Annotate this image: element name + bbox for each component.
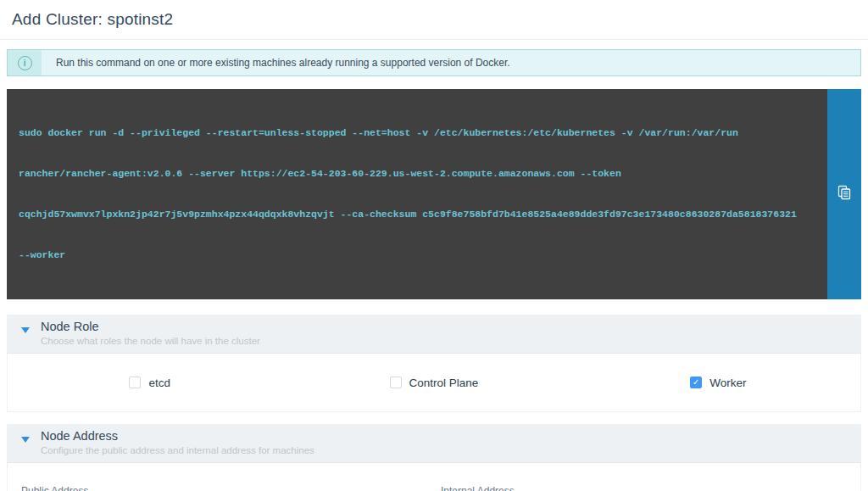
copy-command-button[interactable] [827,89,861,299]
content: i Run this command on one or more existi… [0,49,868,491]
command-line: cqchjd57xwmvx7lpxkn2jp42r7j5v9pzmhx4pzx4… [19,208,815,221]
command-line: rancher/rancher-agent:v2.0.6 --server ht… [19,167,815,181]
info-banner: i Run this command on one or more existi… [7,49,861,76]
page-title: Add Cluster: spotinst2 [12,10,856,29]
section-body-node-role: ✓ etcd ✓ Control Plane ✓ Worker [7,354,861,412]
section-title: Node Role [41,320,851,334]
field-public-address: Public Address [21,485,427,491]
checkbox-worker[interactable]: ✓ Worker [576,377,860,389]
section-node-role: Node Role Choose what roles the node wil… [7,315,861,412]
section-node-address: Node Address Configure the public addres… [7,424,861,491]
command-line: sudo docker run -d --privileged --restar… [19,126,815,140]
checkbox-label: Control Plane [409,377,479,389]
info-banner-text: Run this command on one or more existing… [42,50,525,75]
info-circle-icon: i [18,56,32,70]
section-header-node-address[interactable]: Node Address Configure the public addres… [7,424,861,463]
checkbox-box[interactable]: ✓ [390,377,402,388]
field-label: Public Address [21,485,427,491]
checkbox-box[interactable]: ✓ [129,377,141,388]
checkbox-control-plane[interactable]: ✓ Control Plane [292,377,576,389]
checkbox-label: Worker [709,377,746,389]
info-banner-icon-cell: i [8,50,42,75]
page-header: Add Cluster: spotinst2 [0,0,868,40]
section-subtitle: Configure the public address and interna… [41,445,851,456]
clipboard-copy-icon [837,185,851,204]
checkmark-icon: ✓ [693,378,699,387]
chevron-down-icon [21,327,30,333]
checkbox-box[interactable]: ✓ [690,377,702,388]
section-subtitle: Choose what roles the node will have in … [41,336,851,347]
command-text: sudo docker run -d --privileged --restar… [7,89,827,299]
section-title: Node Address [41,429,851,444]
section-body-node-address: Public Address Internal Address [7,463,861,491]
checkbox-label: etcd [148,377,170,389]
section-header-node-role[interactable]: Node Role Choose what roles the node wil… [7,315,861,354]
node-address-fields: Public Address Internal Address [8,463,860,491]
chevron-down-icon [21,437,30,443]
checkbox-etcd[interactable]: ✓ etcd [8,377,292,389]
command-block: sudo docker run -d --privileged --restar… [7,89,861,299]
field-internal-address: Internal Address [441,485,847,491]
field-label: Internal Address [441,485,847,491]
node-role-options: ✓ etcd ✓ Control Plane ✓ Worker [8,354,860,411]
command-line: --worker [19,248,815,262]
